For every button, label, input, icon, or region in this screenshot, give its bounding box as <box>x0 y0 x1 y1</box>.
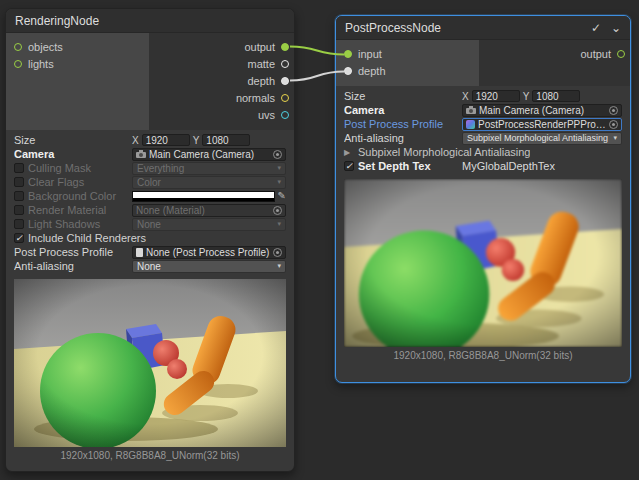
rendering-preview-caption: 1920x1080, R8G8B8A8_UNorm(32 bits) <box>6 450 294 461</box>
dropdown-arrow-icon: ▾ <box>277 178 281 186</box>
port-depth-in[interactable]: depth <box>336 62 479 79</box>
render-scene-image <box>14 279 286 447</box>
port-input[interactable]: input <box>336 45 479 62</box>
camera-icon <box>466 106 476 114</box>
camera-object-field[interactable]: Main Camera (Camera) <box>132 148 286 161</box>
dropdown-arrow-icon: ▾ <box>613 134 617 142</box>
rendering-node-preview <box>14 279 286 447</box>
lights-port-icon[interactable] <box>14 60 22 68</box>
port-output[interactable]: output <box>580 45 625 62</box>
camera-object-picker-icon[interactable] <box>609 106 618 115</box>
post-process-profile-label: Post Process Profile <box>344 118 458 130</box>
node-enabled-check-icon[interactable]: ✓ <box>591 22 601 34</box>
port-depth[interactable]: depth <box>247 72 289 89</box>
normals-port-icon[interactable] <box>281 94 289 102</box>
light-shadows-label: Light Shadows <box>28 218 128 230</box>
file-icon <box>136 248 143 257</box>
render-material-object-picker-icon[interactable] <box>273 206 282 215</box>
post-process-profile-value: None (Post Process Profile) <box>146 247 270 258</box>
light-shadows-dropdown[interactable]: None ▾ <box>132 218 286 231</box>
postprocessed-scene-image <box>344 179 622 347</box>
rendering-node-title: RenderingNode <box>15 14 285 28</box>
clear-flags-checkbox[interactable] <box>14 177 24 187</box>
depth-in-port-icon[interactable] <box>344 67 352 75</box>
camera-icon <box>136 150 146 158</box>
set-depth-tex-value: MyGlobalDepthTex <box>462 160 622 172</box>
background-color-swatch[interactable] <box>132 191 275 202</box>
size-y-label: Y <box>193 135 200 146</box>
postprocess-node[interactable]: PostProcessNode ✓ ⌄ input depth output S… <box>335 15 631 383</box>
foldout-arrow-icon[interactable]: ▶ <box>344 148 354 157</box>
render-material-label: Render Material <box>28 204 128 216</box>
eyedropper-icon[interactable]: ✎ <box>278 191 286 201</box>
anti-aliasing-dropdown[interactable]: Subpixel Morphological Antialiasing ▾ <box>462 132 622 145</box>
lights-port-label: lights <box>28 58 54 70</box>
post-process-profile-object-field[interactable]: None (Post Process Profile) <box>132 246 286 259</box>
port-matte[interactable]: matte <box>247 55 289 72</box>
light-shadows-checkbox[interactable] <box>14 219 24 229</box>
port-objects[interactable]: objects <box>6 38 149 55</box>
culling-mask-dropdown[interactable]: Everything ▾ <box>132 162 286 175</box>
prop-row-post-process-profile: Post Process Profile PostProcessRenderPP… <box>336 117 630 131</box>
postprocess-node-properties: Size X Y Camera Main Camera (Camera) Pos… <box>336 86 630 173</box>
render-material-value: None (Material) <box>136 205 270 216</box>
rendering-node-header[interactable]: RenderingNode <box>6 9 294 33</box>
culling-mask-checkbox[interactable] <box>14 163 24 173</box>
camera-label: Camera <box>344 104 458 116</box>
port-normals[interactable]: normals <box>236 89 289 106</box>
port-output[interactable]: output <box>244 38 289 55</box>
rendering-node[interactable]: RenderingNode objects lights output matt… <box>5 8 295 472</box>
depth-in-port-label: depth <box>358 65 386 77</box>
post-process-profile-label: Post Process Profile <box>14 246 128 258</box>
prop-row-clear-flags: Clear Flags Color ▾ <box>6 175 294 189</box>
size-x-label: X <box>462 91 469 102</box>
matte-port-icon[interactable] <box>281 60 289 68</box>
postprocess-node-preview <box>344 179 622 347</box>
normals-port-label: normals <box>236 92 275 104</box>
size-y-input[interactable] <box>532 90 580 102</box>
size-x-input[interactable] <box>142 134 190 146</box>
chevron-down-icon[interactable]: ⌄ <box>611 22 621 34</box>
prop-row-size: Size X Y <box>336 89 630 103</box>
port-lights[interactable]: lights <box>6 55 149 72</box>
prop-row-background-color: Background Color ✎ <box>6 189 294 203</box>
post-process-profile-object-picker-icon[interactable] <box>609 120 618 129</box>
anti-aliasing-label: Anti-aliasing <box>344 132 458 144</box>
uvs-port-label: uvs <box>258 109 275 121</box>
anti-aliasing-dropdown[interactable]: None ▾ <box>132 260 286 273</box>
objects-port-icon[interactable] <box>14 43 22 51</box>
uvs-port-icon[interactable] <box>281 111 289 119</box>
anti-aliasing-value: None <box>137 261 274 272</box>
port-uvs[interactable]: uvs <box>258 106 289 123</box>
size-label: Size <box>14 134 128 146</box>
size-y-input[interactable] <box>202 134 250 146</box>
culling-mask-label: Culling Mask <box>28 162 128 174</box>
objects-port-label: objects <box>28 41 63 53</box>
include-child-renderers-checkbox[interactable]: ✓ <box>14 233 24 243</box>
camera-value: Main Camera (Camera) <box>149 149 270 160</box>
output-ports-panel: output <box>479 40 630 86</box>
camera-object-field[interactable]: Main Camera (Camera) <box>462 104 622 117</box>
rendering-node-properties: Size X Y Camera Main Camera (Camera) Cul… <box>6 130 294 273</box>
prop-row-smaa-foldout[interactable]: ▶ Subpixel Morphological Antialiasing <box>336 145 630 159</box>
input-port-icon[interactable] <box>344 50 352 58</box>
background-color-checkbox[interactable] <box>14 191 24 201</box>
size-x-input[interactable] <box>472 90 520 102</box>
postprocess-node-header[interactable]: PostProcessNode ✓ ⌄ <box>336 16 630 40</box>
profile-asset-icon <box>466 120 475 129</box>
post-process-profile-object-field[interactable]: PostProcessRenderPPProfile (Pos <box>462 118 622 131</box>
clear-flags-dropdown[interactable]: Color ▾ <box>132 176 286 189</box>
input-ports-panel: objects lights <box>6 33 149 130</box>
output-port-icon[interactable] <box>281 43 289 51</box>
background-color-label: Background Color <box>28 190 128 202</box>
post-process-profile-object-picker-icon[interactable] <box>273 248 282 257</box>
render-material-object-field[interactable]: None (Material) <box>132 204 286 217</box>
depth-port-icon[interactable] <box>281 77 289 85</box>
prop-row-size: Size X Y <box>6 133 294 147</box>
pp-output-port-icon[interactable] <box>617 50 625 58</box>
prop-row-light-shadows: Light Shadows None ▾ <box>6 217 294 231</box>
camera-object-picker-icon[interactable] <box>273 150 282 159</box>
render-material-checkbox[interactable] <box>14 205 24 215</box>
culling-mask-value: Everything <box>137 163 274 174</box>
set-depth-tex-checkbox[interactable]: ✓ <box>344 161 354 171</box>
